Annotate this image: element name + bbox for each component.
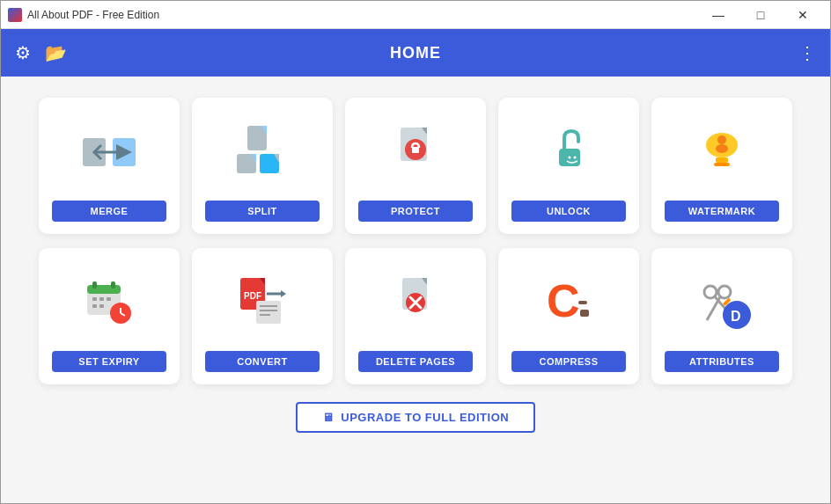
split-icon	[192, 98, 333, 201]
svg-rect-45	[578, 301, 587, 304]
close-button[interactable]: ✕	[783, 1, 823, 29]
svg-rect-25	[99, 297, 104, 301]
svg-point-19	[716, 144, 728, 153]
unlock-button[interactable]: UNLOCK	[511, 201, 626, 222]
watermark-card[interactable]: WATERMARK	[651, 98, 792, 234]
app-icon	[8, 8, 22, 22]
compress-card[interactable]: C COMPRESS	[498, 248, 639, 384]
set-expiry-button[interactable]: SET EXPIRY	[52, 351, 166, 372]
window-controls: — □ ✕	[698, 1, 823, 29]
delete-pages-icon	[345, 248, 486, 351]
upgrade-button[interactable]: 🖥 UPGRADE TO FULL EDITION	[296, 402, 535, 433]
set-expiry-icon	[39, 248, 180, 351]
more-menu-icon[interactable]: ⋮	[798, 42, 816, 63]
toolbar-left: ⚙ 📂	[15, 42, 67, 63]
toolbar-title: HOME	[390, 44, 441, 62]
watermark-icon	[651, 98, 792, 201]
svg-rect-35	[256, 301, 281, 324]
unlock-card[interactable]: UNLOCK	[498, 98, 639, 234]
title-bar-title: All About PDF - Free Edition	[27, 9, 698, 21]
svg-rect-24	[92, 297, 97, 301]
merge-icon	[39, 98, 180, 201]
set-expiry-card[interactable]: SET EXPIRY	[39, 248, 180, 384]
svg-rect-21	[87, 285, 121, 294]
maximize-button[interactable]: □	[740, 1, 781, 29]
svg-point-13	[569, 156, 571, 158]
convert-card[interactable]: PDF CONVERT	[192, 248, 333, 384]
upgrade-bar: 🖥 UPGRADE TO FULL EDITION	[27, 402, 804, 433]
split-card[interactable]: SPLIT	[192, 98, 333, 234]
convert-button[interactable]: CONVERT	[205, 351, 320, 372]
watermark-button[interactable]: WATERMARK	[665, 201, 779, 222]
svg-rect-17	[714, 163, 730, 166]
folder-icon[interactable]: 📂	[45, 42, 67, 63]
svg-text:D: D	[731, 309, 741, 324]
svg-point-18	[717, 135, 726, 144]
svg-rect-22	[92, 281, 97, 289]
main-content: MERGE SPLIT	[1, 77, 830, 504]
attributes-card[interactable]: D ATTRIBUTES	[651, 248, 792, 384]
svg-rect-23	[111, 281, 115, 289]
convert-icon: PDF	[192, 248, 333, 351]
svg-text:PDF: PDF	[244, 291, 261, 301]
feature-row-2: SET EXPIRY PDF	[27, 248, 804, 384]
attributes-icon: D	[651, 248, 792, 351]
upgrade-label: UPGRADE TO FULL EDITION	[341, 411, 509, 424]
svg-text:C: C	[547, 275, 580, 326]
svg-rect-27	[92, 304, 97, 308]
svg-point-14	[574, 156, 577, 158]
svg-rect-28	[99, 304, 104, 308]
compress-button[interactable]: COMPRESS	[511, 351, 626, 372]
svg-rect-46	[580, 310, 589, 317]
minimize-button[interactable]: —	[698, 1, 739, 29]
svg-rect-11	[412, 147, 419, 153]
feature-row-1: MERGE SPLIT	[27, 98, 804, 234]
protect-card[interactable]: PROTECT	[345, 98, 486, 234]
merge-button[interactable]: MERGE	[52, 201, 166, 222]
protect-button[interactable]: PROTECT	[358, 201, 473, 222]
protect-icon	[345, 98, 486, 201]
svg-rect-16	[716, 157, 728, 163]
merge-card[interactable]: MERGE	[39, 98, 180, 234]
split-button[interactable]: SPLIT	[205, 201, 320, 222]
title-bar: All About PDF - Free Edition — □ ✕	[1, 1, 830, 29]
upgrade-icon: 🖥	[322, 411, 335, 424]
delete-pages-card[interactable]: DELETE PAGES	[345, 248, 486, 384]
toolbar: ⚙ 📂 HOME ⋮	[1, 29, 830, 77]
delete-pages-button[interactable]: DELETE PAGES	[358, 351, 473, 372]
attributes-button[interactable]: ATTRIBUTES	[665, 351, 779, 372]
svg-rect-26	[107, 297, 111, 301]
settings-icon[interactable]: ⚙	[15, 42, 31, 63]
compress-icon: C	[498, 248, 639, 351]
unlock-icon	[498, 98, 639, 201]
